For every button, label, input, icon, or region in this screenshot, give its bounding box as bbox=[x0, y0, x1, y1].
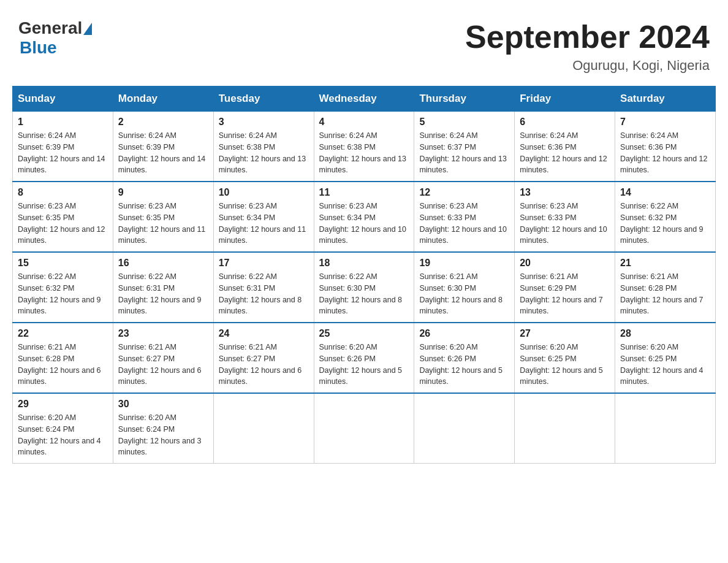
day-number: 14 bbox=[620, 187, 710, 198]
calendar-week-row: 15Sunrise: 6:22 AMSunset: 6:32 PMDayligh… bbox=[13, 252, 716, 323]
calendar-cell: 4Sunrise: 6:24 AMSunset: 6:38 PMDaylight… bbox=[314, 112, 414, 182]
day-number: 1 bbox=[18, 117, 108, 128]
day-number: 26 bbox=[419, 328, 509, 339]
day-info: Sunrise: 6:23 AMSunset: 6:33 PMDaylight:… bbox=[520, 201, 610, 247]
day-info: Sunrise: 6:24 AMSunset: 6:38 PMDaylight:… bbox=[319, 130, 409, 176]
calendar-cell: 14Sunrise: 6:22 AMSunset: 6:32 PMDayligh… bbox=[615, 182, 716, 252]
day-number: 30 bbox=[118, 399, 208, 410]
day-number: 4 bbox=[319, 117, 409, 128]
day-number: 21 bbox=[620, 258, 710, 269]
day-info: Sunrise: 6:24 AMSunset: 6:36 PMDaylight:… bbox=[520, 130, 610, 176]
day-info: Sunrise: 6:23 AMSunset: 6:35 PMDaylight:… bbox=[118, 201, 208, 247]
weekday-header-friday: Friday bbox=[515, 86, 615, 112]
day-info: Sunrise: 6:22 AMSunset: 6:32 PMDaylight:… bbox=[18, 271, 108, 317]
day-number: 29 bbox=[18, 399, 108, 410]
calendar-cell: 16Sunrise: 6:22 AMSunset: 6:31 PMDayligh… bbox=[113, 252, 213, 323]
day-info: Sunrise: 6:20 AMSunset: 6:26 PMDaylight:… bbox=[419, 342, 509, 388]
calendar-cell: 10Sunrise: 6:23 AMSunset: 6:34 PMDayligh… bbox=[213, 182, 314, 252]
calendar-cell: 19Sunrise: 6:21 AMSunset: 6:30 PMDayligh… bbox=[414, 252, 515, 323]
day-info: Sunrise: 6:20 AMSunset: 6:24 PMDaylight:… bbox=[18, 412, 108, 458]
calendar-cell bbox=[615, 393, 716, 464]
day-number: 15 bbox=[18, 258, 108, 269]
calendar-cell: 9Sunrise: 6:23 AMSunset: 6:35 PMDaylight… bbox=[113, 182, 213, 252]
day-info: Sunrise: 6:22 AMSunset: 6:31 PMDaylight:… bbox=[219, 271, 309, 317]
calendar-cell: 20Sunrise: 6:21 AMSunset: 6:29 PMDayligh… bbox=[515, 252, 615, 323]
logo-blue-text: Blue bbox=[20, 38, 57, 58]
day-info: Sunrise: 6:20 AMSunset: 6:25 PMDaylight:… bbox=[620, 342, 710, 388]
day-number: 6 bbox=[520, 117, 610, 128]
calendar-cell bbox=[213, 393, 314, 464]
day-number: 17 bbox=[219, 258, 309, 269]
day-info: Sunrise: 6:22 AMSunset: 6:31 PMDaylight:… bbox=[118, 271, 208, 317]
logo-triangle-icon bbox=[83, 23, 92, 35]
day-number: 20 bbox=[520, 258, 610, 269]
calendar-cell: 5Sunrise: 6:24 AMSunset: 6:37 PMDaylight… bbox=[414, 112, 515, 182]
day-info: Sunrise: 6:23 AMSunset: 6:34 PMDaylight:… bbox=[319, 201, 409, 247]
day-info: Sunrise: 6:22 AMSunset: 6:30 PMDaylight:… bbox=[319, 271, 409, 317]
calendar-cell: 7Sunrise: 6:24 AMSunset: 6:36 PMDaylight… bbox=[615, 112, 716, 182]
calendar-cell: 6Sunrise: 6:24 AMSunset: 6:36 PMDaylight… bbox=[515, 112, 615, 182]
day-number: 5 bbox=[419, 117, 509, 128]
day-number: 7 bbox=[620, 117, 710, 128]
calendar-cell: 12Sunrise: 6:23 AMSunset: 6:33 PMDayligh… bbox=[414, 182, 515, 252]
calendar-cell: 23Sunrise: 6:21 AMSunset: 6:27 PMDayligh… bbox=[113, 323, 213, 393]
calendar-title: September 2024 bbox=[465, 18, 710, 55]
day-number: 10 bbox=[219, 187, 309, 198]
day-info: Sunrise: 6:22 AMSunset: 6:32 PMDaylight:… bbox=[620, 201, 710, 247]
day-number: 25 bbox=[319, 328, 409, 339]
calendar-cell: 8Sunrise: 6:23 AMSunset: 6:35 PMDaylight… bbox=[13, 182, 113, 252]
day-info: Sunrise: 6:21 AMSunset: 6:30 PMDaylight:… bbox=[419, 271, 509, 317]
day-number: 8 bbox=[18, 187, 108, 198]
day-number: 23 bbox=[118, 328, 208, 339]
calendar-cell: 28Sunrise: 6:20 AMSunset: 6:25 PMDayligh… bbox=[615, 323, 716, 393]
day-info: Sunrise: 6:21 AMSunset: 6:29 PMDaylight:… bbox=[520, 271, 610, 317]
day-info: Sunrise: 6:24 AMSunset: 6:36 PMDaylight:… bbox=[620, 130, 710, 176]
day-number: 22 bbox=[18, 328, 108, 339]
day-number: 18 bbox=[319, 258, 409, 269]
day-info: Sunrise: 6:23 AMSunset: 6:35 PMDaylight:… bbox=[18, 201, 108, 247]
calendar-cell: 2Sunrise: 6:24 AMSunset: 6:39 PMDaylight… bbox=[113, 112, 213, 182]
day-info: Sunrise: 6:20 AMSunset: 6:25 PMDaylight:… bbox=[520, 342, 610, 388]
calendar-subtitle: Ogurugu, Kogi, Nigeria bbox=[465, 58, 710, 74]
calendar-week-row: 8Sunrise: 6:23 AMSunset: 6:35 PMDaylight… bbox=[13, 182, 716, 252]
day-number: 3 bbox=[219, 117, 309, 128]
day-info: Sunrise: 6:24 AMSunset: 6:39 PMDaylight:… bbox=[118, 130, 208, 176]
day-number: 28 bbox=[620, 328, 710, 339]
calendar-cell: 29Sunrise: 6:20 AMSunset: 6:24 PMDayligh… bbox=[13, 393, 113, 464]
day-info: Sunrise: 6:23 AMSunset: 6:33 PMDaylight:… bbox=[419, 201, 509, 247]
calendar-cell bbox=[414, 393, 515, 464]
weekday-header-wednesday: Wednesday bbox=[314, 86, 414, 112]
page-header: General Blue September 2024 Ogurugu, Kog… bbox=[12, 12, 716, 74]
title-section: September 2024 Ogurugu, Kogi, Nigeria bbox=[465, 18, 710, 74]
calendar-cell: 30Sunrise: 6:20 AMSunset: 6:24 PMDayligh… bbox=[113, 393, 213, 464]
day-number: 2 bbox=[118, 117, 208, 128]
day-info: Sunrise: 6:24 AMSunset: 6:37 PMDaylight:… bbox=[419, 130, 509, 176]
calendar-cell: 13Sunrise: 6:23 AMSunset: 6:33 PMDayligh… bbox=[515, 182, 615, 252]
day-info: Sunrise: 6:23 AMSunset: 6:34 PMDaylight:… bbox=[219, 201, 309, 247]
calendar-cell bbox=[515, 393, 615, 464]
calendar-cell: 11Sunrise: 6:23 AMSunset: 6:34 PMDayligh… bbox=[314, 182, 414, 252]
day-info: Sunrise: 6:21 AMSunset: 6:27 PMDaylight:… bbox=[118, 342, 208, 388]
calendar-cell bbox=[314, 393, 414, 464]
calendar-cell: 18Sunrise: 6:22 AMSunset: 6:30 PMDayligh… bbox=[314, 252, 414, 323]
weekday-header-sunday: Sunday bbox=[13, 86, 113, 112]
weekday-header-saturday: Saturday bbox=[615, 86, 716, 112]
weekday-header-row: SundayMondayTuesdayWednesdayThursdayFrid… bbox=[13, 86, 716, 112]
calendar-cell: 15Sunrise: 6:22 AMSunset: 6:32 PMDayligh… bbox=[13, 252, 113, 323]
calendar-cell: 24Sunrise: 6:21 AMSunset: 6:27 PMDayligh… bbox=[213, 323, 314, 393]
calendar-cell: 21Sunrise: 6:21 AMSunset: 6:28 PMDayligh… bbox=[615, 252, 716, 323]
weekday-header-monday: Monday bbox=[113, 86, 213, 112]
day-number: 12 bbox=[419, 187, 509, 198]
day-number: 27 bbox=[520, 328, 610, 339]
day-info: Sunrise: 6:20 AMSunset: 6:24 PMDaylight:… bbox=[118, 412, 208, 458]
calendar-cell: 3Sunrise: 6:24 AMSunset: 6:38 PMDaylight… bbox=[213, 112, 314, 182]
calendar-table: SundayMondayTuesdayWednesdayThursdayFrid… bbox=[12, 86, 716, 464]
calendar-week-row: 1Sunrise: 6:24 AMSunset: 6:39 PMDaylight… bbox=[13, 112, 716, 182]
weekday-header-thursday: Thursday bbox=[414, 86, 515, 112]
day-info: Sunrise: 6:21 AMSunset: 6:28 PMDaylight:… bbox=[620, 271, 710, 317]
day-info: Sunrise: 6:24 AMSunset: 6:38 PMDaylight:… bbox=[219, 130, 309, 176]
day-number: 11 bbox=[319, 187, 409, 198]
calendar-cell: 22Sunrise: 6:21 AMSunset: 6:28 PMDayligh… bbox=[13, 323, 113, 393]
day-number: 19 bbox=[419, 258, 509, 269]
calendar-cell: 17Sunrise: 6:22 AMSunset: 6:31 PMDayligh… bbox=[213, 252, 314, 323]
